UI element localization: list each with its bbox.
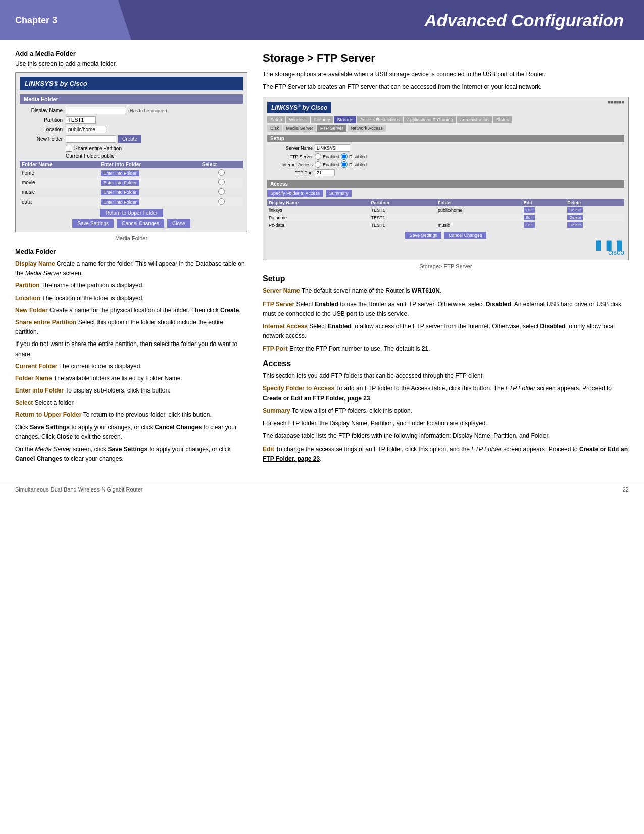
- tab-security[interactable]: Security: [311, 116, 333, 123]
- param-share-note: If you do not want to share the entire p…: [15, 339, 247, 359]
- select-radio[interactable]: [218, 169, 225, 176]
- select-cell[interactable]: [200, 168, 243, 178]
- partition-value: TEST1: [66, 116, 96, 124]
- enter-folder-cell[interactable]: Enter into Folder: [98, 168, 200, 178]
- return-btn-row: Return to Upper Folder: [20, 209, 243, 217]
- summary-btn[interactable]: Summary: [326, 190, 352, 197]
- delete-btn[interactable]: Delete: [567, 222, 583, 228]
- delete-cell[interactable]: Delete: [566, 214, 624, 221]
- enter-folder-btn[interactable]: Enter into Folder: [101, 189, 139, 195]
- delete-cell[interactable]: Delete: [566, 206, 624, 214]
- col-edit: Edit: [522, 199, 566, 206]
- display-name-input[interactable]: [66, 107, 126, 114]
- edit-btn[interactable]: Edit: [524, 207, 535, 213]
- internet-disabled-radio[interactable]: [341, 161, 348, 168]
- display-name-hint: (Has to be unique.): [128, 108, 167, 113]
- col-select: Select: [200, 161, 243, 168]
- edit-cell[interactable]: Edit: [522, 214, 566, 221]
- cisco-bars-icon: ▐▌▐▌▐▌: [593, 241, 624, 250]
- ss-save-btn[interactable]: Save Settings: [405, 232, 441, 239]
- delete-btn[interactable]: Delete: [567, 215, 583, 220]
- edit-cell[interactable]: Edit: [522, 206, 566, 214]
- internet-enabled-radio[interactable]: [315, 161, 321, 168]
- cancel-changes-btn[interactable]: Cancel Changes: [117, 219, 164, 228]
- tab-wireless[interactable]: Wireless: [286, 116, 310, 123]
- select-radio[interactable]: [218, 179, 225, 185]
- specify-folder-btn[interactable]: Specify Folder to Access: [267, 190, 323, 197]
- enter-folder-cell[interactable]: Enter into Folder: [98, 178, 200, 187]
- save-settings-btn[interactable]: Save Settings: [72, 219, 114, 228]
- folder-table: Folder Name Enter into Folder Select hom…: [20, 161, 243, 207]
- param-database-table: The database table lists the FTP folders…: [263, 431, 629, 441]
- delete-btn[interactable]: Delete: [567, 207, 583, 213]
- tab-administration[interactable]: Administration: [457, 116, 492, 123]
- page-title: Advanced Configuration: [424, 11, 624, 30]
- tab-status[interactable]: Status: [493, 116, 512, 123]
- param-media-server-note: On the Media Server screen, click Save S…: [15, 445, 247, 464]
- edit-cell[interactable]: Edit: [522, 221, 566, 229]
- setup-section-title: Setup: [263, 274, 629, 283]
- linksys-logo: LINKSYS® by Cisco: [20, 77, 243, 90]
- param-save-note: Click Save Settings to apply your change…: [15, 423, 247, 442]
- ss-internet-enabled: Enabled Disabled: [315, 161, 367, 168]
- tab-applications[interactable]: Applications & Gaming: [404, 116, 456, 123]
- ftp-enabled-radio[interactable]: [315, 153, 321, 160]
- enter-folder-btn[interactable]: Enter into Folder: [101, 170, 139, 176]
- param-name-display-name: Display Name: [15, 260, 57, 267]
- edit-btn[interactable]: Edit: [524, 215, 535, 220]
- cisco-text: CISCO: [267, 250, 624, 256]
- param-folder-name: Folder Name The available folders are li…: [15, 374, 247, 383]
- ss-access-btns: Specify Folder to Access Summary: [267, 190, 624, 197]
- bottom-buttons-row: Save Settings Cancel Changes Close: [20, 219, 243, 228]
- param-name-ftp-server: FTP Server: [263, 301, 296, 308]
- current-folder-row: Current Folder: public: [66, 153, 243, 159]
- table-row: data Enter into Folder: [20, 197, 243, 207]
- enter-folder-btn[interactable]: Enter into Folder: [101, 180, 139, 186]
- ss-ftp-enabled: Enabled Disabled: [315, 153, 367, 160]
- ss-ftp-port-label: FTP Port: [267, 170, 313, 175]
- share-entire-checkbox[interactable]: [66, 145, 72, 152]
- ftp-disabled-radio[interactable]: [341, 153, 348, 160]
- delete-cell[interactable]: Delete: [566, 221, 624, 229]
- new-folder-input[interactable]: [66, 135, 116, 143]
- subtab-ftp[interactable]: FTP Server: [317, 125, 346, 132]
- select-radio[interactable]: [218, 188, 225, 195]
- return-upper-folder-btn[interactable]: Return to Upper Folder: [100, 209, 163, 217]
- edit-btn[interactable]: Edit: [524, 222, 535, 228]
- chapter-label: Chapter 3: [0, 0, 131, 40]
- subtab-disk[interactable]: Disk: [267, 125, 282, 132]
- param-new-folder: New Folder Create a name for the physica…: [15, 306, 247, 315]
- enter-folder-cell[interactable]: Enter into Folder: [98, 187, 200, 197]
- param-partition: Partition The name of the partition is d…: [15, 281, 247, 290]
- ss-access-section: Access Specify Folder to Access Summary …: [267, 180, 624, 229]
- select-cell[interactable]: [200, 197, 243, 207]
- select-cell[interactable]: [200, 187, 243, 197]
- enter-folder-cell[interactable]: Enter into Folder: [98, 197, 200, 207]
- right-intro-2: The FTP Server tab creates an FTP server…: [263, 82, 629, 92]
- param-server-name: Server Name The default server name of t…: [263, 286, 629, 296]
- close-btn[interactable]: Close: [167, 219, 190, 228]
- create-button[interactable]: Create: [118, 135, 141, 143]
- select-cell[interactable]: [200, 178, 243, 187]
- subtab-network[interactable]: Network Access: [348, 125, 386, 132]
- select-radio[interactable]: [218, 198, 225, 205]
- display-name-cell: linksys: [267, 206, 370, 214]
- param-specify-folder: Specify Folder to Access To add an FTP f…: [263, 384, 629, 403]
- enter-folder-btn[interactable]: Enter into Folder: [101, 199, 139, 205]
- param-name-internet-access: Internet Access: [263, 323, 309, 330]
- tab-storage[interactable]: Storage: [334, 116, 357, 123]
- subtab-media[interactable]: Media Server: [283, 125, 317, 132]
- folder-cell: public/home: [436, 206, 522, 214]
- tab-access[interactable]: Access Restrictions: [357, 116, 403, 123]
- tab-setup[interactable]: Setup: [267, 116, 285, 123]
- media-folder-section-title: Media Folder: [15, 248, 247, 255]
- param-name-share-entire: Share entire Partition: [15, 319, 78, 326]
- ss-cancel-btn[interactable]: Cancel Changes: [444, 232, 486, 239]
- param-return-upper: Return to Upper Folder To return to the …: [15, 410, 247, 420]
- ss-ftp-port-input[interactable]: [315, 169, 335, 176]
- ss-server-name-input[interactable]: [315, 144, 350, 152]
- param-name-ftp-port: FTP Port: [263, 345, 289, 352]
- main-content: Add a Media Folder Use this screen to ad…: [0, 40, 644, 476]
- add-folder-intro: Use this screen to add a media folder.: [15, 60, 247, 67]
- param-summary: Summary To view a list of FTP folders, c…: [263, 406, 629, 416]
